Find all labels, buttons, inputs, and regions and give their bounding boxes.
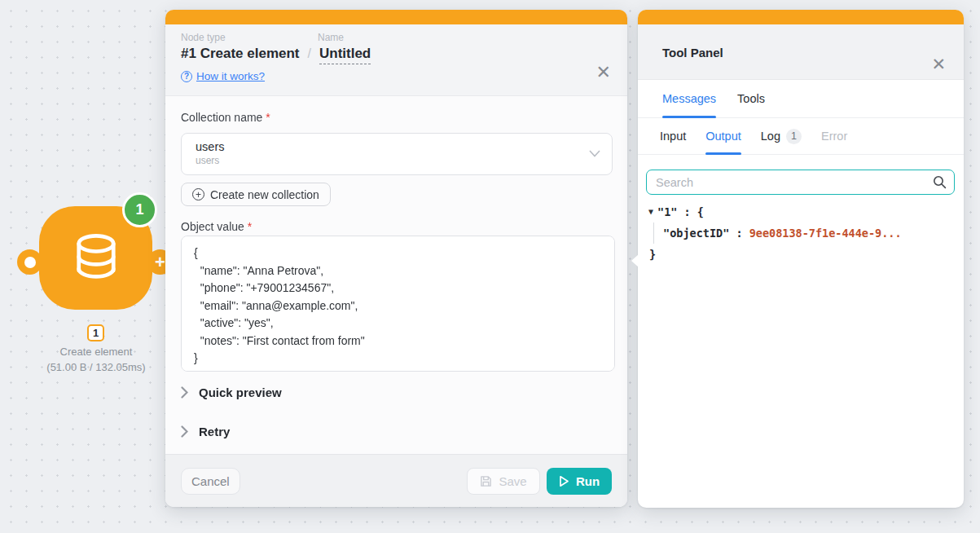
tool-panel-tabs: Messages Tools <box>638 80 964 118</box>
tool-panel-header: Tool Panel ✕ <box>638 24 964 80</box>
node-editor-panel: Node type Name #1 Create element / Untit… <box>165 10 627 507</box>
quick-preview-section-toggle[interactable]: Quick preview <box>181 380 613 404</box>
create-new-collection-button[interactable]: + Create new collection <box>181 183 331 206</box>
chevron-right-icon <box>181 425 188 438</box>
tool-panel-title: Tool Panel <box>662 46 723 59</box>
node-title: Create element <box>15 346 178 358</box>
cancel-button[interactable]: Cancel <box>181 468 240 495</box>
tree-child-line: "objectID" : 9ee08138-7f1e-444e-9... <box>653 222 956 244</box>
question-circle-icon: ? <box>181 71 192 82</box>
tree-close-line: } <box>646 244 956 265</box>
object-value-textarea[interactable]: { "name": "Anna Petrova", "phone": "+790… <box>181 236 615 372</box>
play-icon <box>559 475 569 487</box>
log-count-badge: 1 <box>786 129 802 144</box>
tree-child-value: 9ee08138-7f1e-444e-9... <box>749 227 902 240</box>
tab-tools[interactable]: Tools <box>737 80 765 117</box>
editor-header: Node type Name #1 Create element / Untit… <box>165 24 627 96</box>
collapse-triangle-icon[interactable]: ▼ <box>648 201 653 222</box>
save-button[interactable]: Save <box>467 468 540 495</box>
tool-panel: Tool Panel ✕ Messages Tools Input Output… <box>638 10 964 508</box>
object-value-label: Object value * <box>181 220 613 233</box>
search-box <box>646 170 956 195</box>
node-name-editable[interactable]: Untitled <box>319 46 371 64</box>
tree-child-key: "objectID" <box>663 227 729 240</box>
collection-select[interactable]: users users <box>181 133 613 175</box>
panel-collapse-handle[interactable] <box>631 254 639 267</box>
node-stats: (51.00 B / 132.05ms) <box>15 361 178 373</box>
node-number-badge: 1 <box>87 324 104 341</box>
close-icon[interactable]: ✕ <box>596 64 611 81</box>
node-run-count-badge: 1 <box>122 192 157 227</box>
search-input[interactable] <box>646 170 955 195</box>
subtab-log[interactable]: Log 1 <box>761 118 802 154</box>
editor-accent-bar <box>165 10 627 24</box>
tab-messages[interactable]: Messages <box>662 80 716 117</box>
retry-section-toggle[interactable]: Retry <box>181 419 613 443</box>
node-type-label: Node type <box>181 32 318 43</box>
name-label: Name <box>318 32 344 43</box>
save-floppy-icon <box>480 475 492 487</box>
required-asterisk: * <box>248 220 252 233</box>
close-icon[interactable]: ✕ <box>931 55 946 73</box>
output-content: ▼ "1" : { "objectID" : 9ee08138-7f1e-444… <box>638 155 964 265</box>
collection-name-label: Collection name * <box>181 111 613 124</box>
json-output-tree: ▼ "1" : { "objectID" : 9ee08138-7f1e-444… <box>646 201 956 265</box>
title-separator: / <box>308 46 311 61</box>
message-subtabs: Input Output Log 1 Error <box>638 118 964 155</box>
plus-circle-icon: + <box>192 188 204 200</box>
node-type-value: #1 Create element <box>181 46 300 62</box>
collection-selected-value: users <box>196 140 600 153</box>
port-dot-icon <box>24 257 36 268</box>
tool-panel-accent-bar <box>638 10 964 24</box>
required-asterisk: * <box>266 111 270 124</box>
search-icon <box>933 175 947 189</box>
plus-icon: + <box>155 253 165 271</box>
chevron-down-icon <box>589 150 600 157</box>
tree-root-line: ▼ "1" : { <box>646 201 956 222</box>
subtab-output[interactable]: Output <box>705 118 741 154</box>
subtab-input[interactable]: Input <box>660 118 686 154</box>
subtab-error[interactable]: Error <box>821 118 847 154</box>
collection-selected-subvalue: users <box>196 155 600 166</box>
run-button[interactable]: Run <box>547 468 612 495</box>
chevron-right-icon <box>181 386 188 399</box>
database-icon <box>68 231 124 286</box>
tree-root-key: "1" : { <box>657 201 704 222</box>
editor-body: Collection name * users users + Create n… <box>165 111 627 443</box>
how-it-works-link[interactable]: ? How it works? <box>181 70 265 82</box>
editor-footer: Cancel Save Run <box>165 454 627 507</box>
